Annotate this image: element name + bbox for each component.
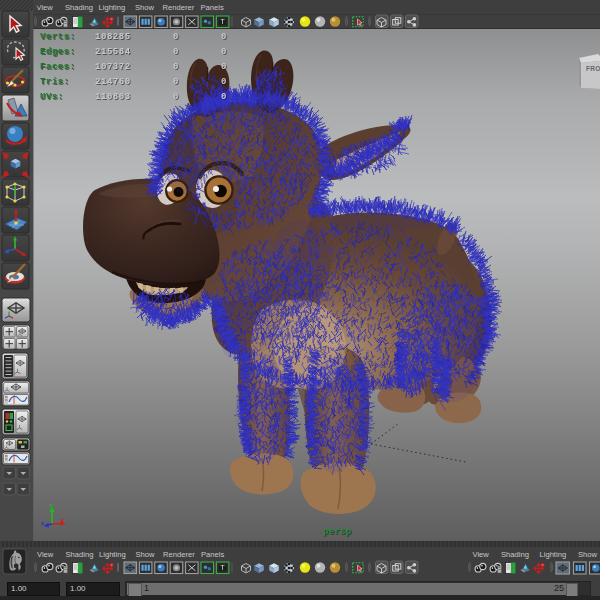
- svg-text:T: T: [221, 18, 226, 25]
- svg-text:T: T: [221, 564, 226, 571]
